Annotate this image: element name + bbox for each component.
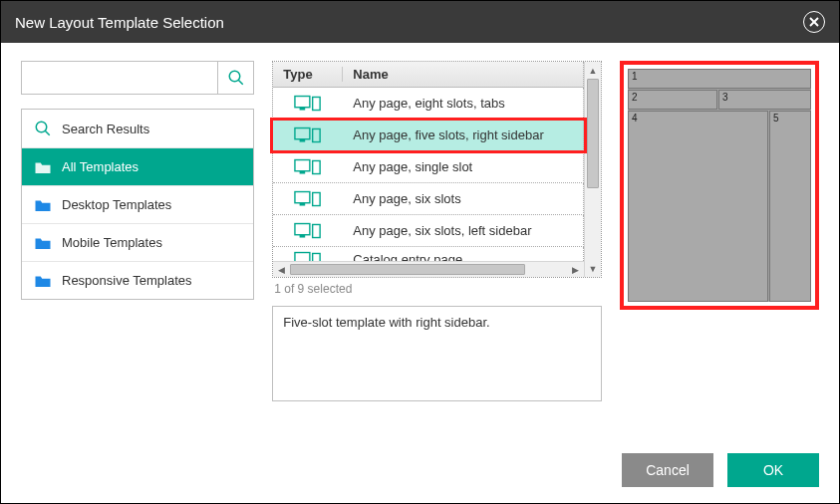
table-row[interactable]: Catalog entry page — [273, 247, 584, 261]
ok-button[interactable]: OK — [727, 453, 819, 487]
svg-rect-20 — [313, 224, 320, 237]
template-name: Catalog entry page — [343, 252, 583, 261]
scroll-up-arrow-icon[interactable]: ▲ — [585, 62, 601, 79]
table-row[interactable]: Any page, eight slots, tabs — [273, 88, 584, 120]
titlebar: New Layout Template Selection — [1, 1, 839, 43]
dialog-window: New Layout Template Selection Search Res… — [0, 0, 840, 504]
scroll-right-arrow-icon[interactable]: ▶ — [567, 265, 584, 275]
template-type-icon — [273, 190, 343, 208]
category-label: Search Results — [62, 122, 149, 136]
svg-rect-23 — [313, 253, 320, 261]
header-type[interactable]: Type — [273, 67, 343, 82]
folder-icon — [34, 272, 52, 290]
svg-rect-10 — [300, 138, 306, 141]
template-name: Any page, five slots, right sidebar — [343, 127, 583, 142]
template-table: Type Name Any page, eight slots, tabs An… — [272, 61, 602, 278]
svg-rect-12 — [295, 159, 310, 170]
category-responsive-templates[interactable]: Responsive Templates — [22, 261, 253, 299]
category-label: Desktop Templates — [62, 197, 171, 212]
layout-preview-grid: 1 2 3 4 5 — [628, 69, 811, 302]
header-name[interactable]: Name — [343, 67, 583, 82]
table-header: Type Name — [273, 62, 584, 88]
category-search-results[interactable]: Search Results — [22, 110, 253, 147]
svg-rect-7 — [300, 107, 306, 110]
layout-preview: 1 2 3 4 5 — [620, 61, 819, 310]
preview-slot-2: 2 — [628, 90, 717, 110]
dialog-title: New Layout Template Selection — [15, 14, 224, 31]
svg-rect-9 — [295, 127, 310, 138]
selection-status: 1 of 9 selected — [272, 278, 602, 306]
svg-rect-6 — [295, 96, 310, 107]
svg-rect-16 — [300, 202, 306, 205]
search-box — [21, 61, 254, 95]
search-icon — [227, 69, 245, 87]
svg-rect-11 — [313, 128, 320, 141]
folder-icon — [34, 158, 52, 176]
category-label: Responsive Templates — [62, 273, 192, 288]
table-body: Any page, eight slots, tabs Any page, fi… — [273, 88, 584, 261]
svg-rect-13 — [300, 170, 306, 173]
horizontal-scrollbar[interactable]: ◀ ▶ — [273, 261, 584, 277]
folder-icon — [34, 234, 52, 252]
table-row[interactable]: Any page, five slots, right sidebar — [273, 120, 584, 151]
left-column: Search Results All Templates Desktop Tem… — [21, 61, 254, 401]
template-type-icon — [273, 95, 343, 113]
template-name: Any page, six slots, left sidebar — [343, 223, 583, 238]
close-button[interactable] — [803, 11, 825, 33]
category-all-templates[interactable]: All Templates — [22, 147, 253, 185]
svg-rect-8 — [313, 97, 320, 110]
category-list: Search Results All Templates Desktop Tem… — [21, 109, 254, 300]
cancel-button[interactable]: Cancel — [622, 453, 713, 487]
svg-rect-14 — [313, 160, 320, 173]
preview-slot-1: 1 — [628, 69, 811, 89]
close-icon — [809, 17, 819, 27]
svg-rect-18 — [295, 223, 310, 234]
preview-slot-3: 3 — [718, 90, 811, 110]
table-row[interactable]: Any page, six slots — [273, 183, 584, 215]
category-label: Mobile Templates — [62, 235, 162, 250]
right-column: 1 2 3 4 5 — [620, 61, 819, 401]
scroll-left-arrow-icon[interactable]: ◀ — [273, 265, 290, 275]
table-row[interactable]: Any page, single slot — [273, 151, 584, 183]
dialog-body: Search Results All Templates Desktop Tem… — [1, 43, 839, 453]
svg-rect-21 — [295, 252, 310, 261]
search-icon — [34, 120, 52, 137]
category-label: All Templates — [62, 159, 139, 174]
template-type-icon — [273, 251, 343, 262]
template-name: Any page, single slot — [343, 159, 583, 174]
footer: Cancel OK — [1, 453, 839, 503]
svg-line-3 — [238, 80, 243, 85]
description-box: Five-slot template with right sidebar. — [272, 306, 602, 401]
preview-slot-4: 4 — [628, 111, 768, 302]
vscroll-thumb[interactable] — [587, 79, 599, 188]
hscroll-thumb[interactable] — [290, 264, 525, 275]
content-row: Search Results All Templates Desktop Tem… — [21, 61, 819, 401]
scroll-down-arrow-icon[interactable]: ▼ — [585, 260, 601, 277]
preview-slot-5: 5 — [769, 111, 811, 302]
svg-rect-19 — [300, 234, 306, 237]
template-type-icon — [273, 222, 343, 240]
svg-rect-17 — [313, 192, 320, 205]
search-input[interactable] — [22, 62, 217, 94]
svg-point-2 — [229, 71, 240, 82]
template-type-icon — [273, 126, 343, 144]
description-text: Five-slot template with right sidebar. — [283, 315, 489, 330]
vertical-scrollbar[interactable]: ▲ ▼ — [584, 62, 601, 277]
svg-point-4 — [36, 122, 47, 132]
category-mobile-templates[interactable]: Mobile Templates — [22, 223, 253, 261]
folder-icon — [34, 196, 52, 214]
category-desktop-templates[interactable]: Desktop Templates — [22, 185, 253, 223]
middle-column: Type Name Any page, eight slots, tabs An… — [272, 61, 602, 401]
svg-line-5 — [45, 130, 50, 135]
search-button[interactable] — [217, 62, 253, 94]
template-name: Any page, eight slots, tabs — [343, 96, 583, 111]
table-row[interactable]: Any page, six slots, left sidebar — [273, 215, 584, 247]
template-type-icon — [273, 158, 343, 176]
template-name: Any page, six slots — [343, 191, 583, 206]
svg-rect-15 — [295, 191, 310, 202]
